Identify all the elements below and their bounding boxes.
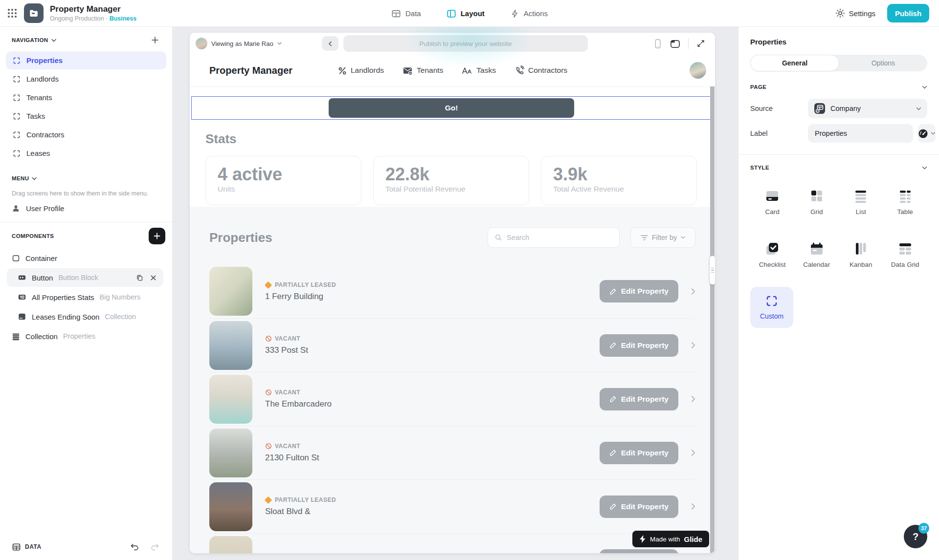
- chevron-right-icon[interactable]: [691, 503, 695, 510]
- phone-view-toggle[interactable]: [653, 39, 662, 49]
- selected-component-outline[interactable]: Go!: [191, 96, 712, 120]
- list-item[interactable]: VACANT Edit Property: [209, 533, 695, 553]
- list-item[interactable]: PARTIALLY LEASED 1 Ferry Building Edit P…: [209, 264, 695, 318]
- chevron-right-icon[interactable]: [691, 449, 695, 456]
- add-component-button[interactable]: [149, 228, 165, 244]
- preview-resize-handle[interactable]: [709, 256, 715, 285]
- pencil-icon: [609, 449, 617, 456]
- phone-call-icon: [514, 65, 524, 75]
- app-menu-icon[interactable]: [7, 8, 18, 19]
- tab-actions[interactable]: Actions: [510, 9, 548, 18]
- desktop-view-toggle[interactable]: [670, 39, 680, 48]
- style-list[interactable]: List: [839, 181, 883, 222]
- component-container[interactable]: Container: [0, 249, 172, 267]
- style-table[interactable]: Table: [883, 181, 928, 222]
- back-button[interactable]: [322, 36, 338, 51]
- list-item[interactable]: VACANT The Embarcadero Edit Property: [209, 372, 695, 426]
- style-calendar[interactable]: Calendar: [795, 234, 839, 275]
- container-icon: [12, 254, 20, 262]
- go-button[interactable]: Go!: [329, 98, 574, 118]
- made-with-glide-badge[interactable]: Made with Glide: [632, 531, 709, 547]
- screen-icon: [13, 75, 21, 83]
- sidebar-item-contractors[interactable]: Contractors: [6, 126, 166, 144]
- search-input[interactable]: [507, 234, 613, 241]
- component-collection[interactable]: Collection Properties: [0, 327, 172, 345]
- publish-button[interactable]: Publish: [887, 4, 929, 22]
- table-icon: [12, 542, 21, 552]
- add-screen-button[interactable]: [150, 35, 160, 45]
- component-button[interactable]: Button Button Block: [7, 268, 163, 287]
- menu-hint: Drag screens here to show them in the si…: [0, 190, 172, 197]
- data-grid-style-icon: [898, 241, 913, 256]
- edit-property-button[interactable]: Edit Property: [600, 549, 678, 554]
- sidebar-item-leases[interactable]: Leases: [6, 144, 166, 162]
- tab-general[interactable]: General: [750, 55, 839, 71]
- sidebar-item-landlords[interactable]: Landlords: [6, 70, 166, 88]
- edit-property-button[interactable]: Edit Property: [600, 495, 678, 518]
- edit-property-button[interactable]: Edit Property: [600, 388, 678, 410]
- tab-data[interactable]: Data: [391, 9, 421, 19]
- chevron-right-icon[interactable]: [691, 288, 695, 295]
- component-leases-ending-soon[interactable]: Leases Ending Soon Collection: [0, 307, 172, 326]
- filter-dropdown[interactable]: Filter by: [630, 227, 695, 248]
- tab-options[interactable]: Options: [839, 55, 927, 71]
- style-grid-option[interactable]: Grid: [795, 181, 839, 222]
- sidebar-item-tenants[interactable]: Tenants: [6, 88, 166, 107]
- label-binding-select[interactable]: [918, 124, 936, 143]
- page-section-header[interactable]: PAGE: [750, 84, 927, 90]
- search-input-wrap[interactable]: [488, 227, 620, 248]
- property-photo: [209, 375, 252, 424]
- chevron-down-icon: [277, 42, 282, 45]
- chevron-down-icon: [922, 86, 927, 89]
- chevron-right-icon[interactable]: [691, 395, 695, 403]
- list-item[interactable]: VACANT 333 Post St Edit Property: [209, 318, 695, 372]
- screen-icon: [13, 150, 21, 157]
- style-checklist[interactable]: Checklist: [750, 234, 795, 275]
- edit-property-button[interactable]: Edit Property: [600, 334, 678, 357]
- gear-icon: [835, 8, 845, 18]
- stats-row: 4 active Units 22.8k Total Potential Rev…: [205, 156, 697, 205]
- viewing-as-selector[interactable]: Viewing as Marie Rao: [196, 38, 317, 49]
- tab-layout[interactable]: Layout: [447, 9, 485, 19]
- preview-scrollbar[interactable]: [710, 54, 715, 553]
- style-data-grid[interactable]: Data Grid: [883, 234, 928, 275]
- app-user-avatar[interactable]: [690, 62, 706, 79]
- font-icon: [462, 66, 472, 75]
- style-kanban[interactable]: Kanban: [839, 234, 883, 275]
- style-card[interactable]: Card: [750, 181, 795, 222]
- duplicate-icon[interactable]: [136, 274, 143, 281]
- style-section-header[interactable]: STYLE: [750, 165, 927, 171]
- menu-section-header[interactable]: MENU: [12, 175, 37, 181]
- settings-button[interactable]: Settings: [835, 8, 875, 18]
- redo-icon[interactable]: [150, 541, 160, 552]
- gauge-icon: [918, 129, 928, 139]
- data-panel-toggle[interactable]: DATA: [12, 542, 42, 552]
- app-icon[interactable]: [24, 3, 44, 23]
- edit-property-button[interactable]: Edit Property: [600, 442, 678, 464]
- app-nav-contractors[interactable]: Contractors: [514, 65, 567, 75]
- url-bar[interactable]: Publish to preview your website: [343, 35, 588, 52]
- source-select[interactable]: Company: [808, 99, 927, 118]
- chevron-right-icon[interactable]: [691, 342, 695, 349]
- list-item[interactable]: VACANT 2130 Fulton St Edit Property: [209, 426, 695, 479]
- sidebar-item-tasks[interactable]: Tasks: [6, 107, 166, 125]
- sidebar-item-properties[interactable]: Properties: [6, 51, 166, 69]
- app-nav-landlords[interactable]: Landlords: [337, 66, 384, 75]
- inspector-tabs: General Options: [750, 55, 927, 71]
- app-nav-tenants[interactable]: Tenants: [402, 66, 443, 75]
- custom-style-icon: [765, 295, 778, 307]
- component-all-properties-stats[interactable]: All Properties Stats Big Numbers: [0, 288, 172, 306]
- expand-icon[interactable]: [696, 39, 705, 48]
- property-photo: [209, 321, 252, 370]
- menu-item-user-profile[interactable]: User Profile: [0, 199, 172, 217]
- undo-icon[interactable]: [129, 541, 140, 552]
- pencil-icon: [609, 342, 617, 349]
- label-input[interactable]: [808, 124, 913, 143]
- navigation-section-header[interactable]: NAVIGATION: [12, 37, 56, 43]
- close-icon[interactable]: [150, 275, 156, 281]
- app-nav-tasks[interactable]: Tasks: [462, 66, 496, 75]
- list-item[interactable]: PARTIALLY LEASED Sloat Blvd & Edit Prope…: [209, 479, 695, 533]
- style-custom[interactable]: Custom: [750, 287, 793, 328]
- edit-property-button[interactable]: Edit Property: [600, 280, 678, 302]
- help-button[interactable]: ? 37: [904, 525, 927, 548]
